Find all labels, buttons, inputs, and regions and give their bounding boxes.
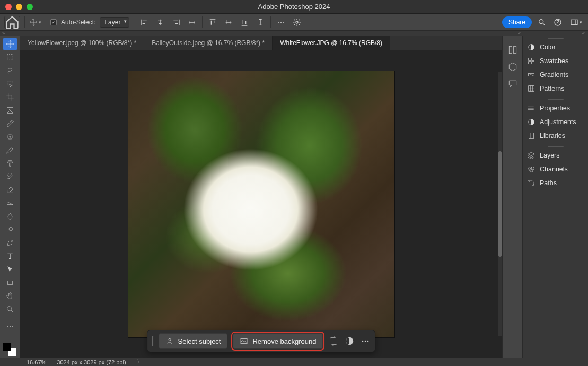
- rectangle-tool[interactable]: [3, 277, 17, 289]
- panel-collapse-toggle-1[interactable]: «: [518, 31, 521, 36]
- panel-label: Libraries: [540, 132, 565, 140]
- hand-tool[interactable]: [3, 290, 17, 302]
- eraser-tool[interactable]: [3, 184, 17, 196]
- panel-paths[interactable]: Paths: [523, 176, 588, 190]
- search-button[interactable]: [536, 16, 548, 28]
- channels-icon: [527, 165, 536, 173]
- home-button[interactable]: [4, 16, 20, 29]
- panel-gradients[interactable]: Gradients: [523, 68, 588, 82]
- panel-collapse-toggle-2[interactable]: «: [582, 31, 585, 36]
- object-selection-tool[interactable]: [3, 78, 17, 90]
- learn-panel-icon[interactable]: [507, 45, 518, 55]
- svg-point-23: [367, 341, 369, 342]
- canvas[interactable]: [128, 71, 395, 338]
- panel-label: Layers: [540, 152, 560, 159]
- more-align-button[interactable]: [275, 16, 287, 28]
- foreground-color-swatch[interactable]: [3, 343, 11, 351]
- clone-stamp-tool[interactable]: [3, 158, 17, 169]
- canvas-viewport[interactable]: Select subject Remove background: [20, 50, 502, 358]
- close-window-button[interactable]: [5, 4, 12, 10]
- pen-tool[interactable]: [3, 237, 17, 249]
- drag-handle[interactable]: [152, 336, 153, 346]
- healing-brush-tool[interactable]: [3, 131, 17, 143]
- select-subject-button[interactable]: Select subject: [159, 333, 228, 349]
- distribute-h-button[interactable]: [186, 16, 198, 28]
- history-brush-tool[interactable]: [3, 171, 17, 182]
- panel-adjustments[interactable]: Adjustments: [523, 115, 588, 129]
- panel-libraries[interactable]: Libraries: [523, 129, 588, 143]
- auto-select-checkbox[interactable]: [50, 19, 57, 25]
- svg-point-22: [365, 341, 366, 342]
- panel-color[interactable]: Color: [523, 40, 588, 54]
- svg-point-0: [278, 22, 279, 23]
- vertical-scrollbar[interactable]: [498, 72, 502, 336]
- panel-channels[interactable]: Channels: [523, 162, 588, 176]
- align-center-h-button[interactable]: [154, 16, 166, 28]
- panel-layers[interactable]: Layers: [523, 149, 588, 162]
- crop-tool[interactable]: [3, 91, 17, 103]
- document-tab[interactable]: YellowFlower.jpeg @ 100% (RGB/8*) *: [20, 36, 144, 50]
- align-center-v-button[interactable]: [223, 16, 234, 28]
- foreground-background-colors[interactable]: [3, 343, 16, 356]
- 3d-mode-button[interactable]: [291, 16, 303, 28]
- path-selection-tool[interactable]: [3, 264, 17, 275]
- document-tab[interactable]: WhiteFlower.JPG @ 16.7% (RGB/8): [273, 36, 390, 50]
- panel-patterns[interactable]: Patterns: [523, 82, 588, 95]
- type-tool[interactable]: [3, 250, 17, 262]
- panel-properties[interactable]: Properties: [523, 101, 588, 115]
- divider: [270, 16, 271, 28]
- svg-point-18: [169, 338, 171, 341]
- status-more-icon[interactable]: 〉: [137, 358, 143, 366]
- zoom-tool[interactable]: [3, 303, 17, 315]
- help-button[interactable]: [552, 16, 564, 28]
- fullscreen-window-button[interactable]: [27, 4, 33, 10]
- auto-select-dropdown[interactable]: Layer: [100, 17, 129, 28]
- select-subject-label: Select subject: [178, 337, 221, 345]
- panel-label: Properties: [540, 104, 570, 112]
- transform-icon: [328, 336, 339, 346]
- transform-button[interactable]: [328, 336, 339, 346]
- minimize-window-button[interactable]: [16, 4, 22, 10]
- remove-background-button[interactable]: Remove background: [233, 333, 323, 349]
- marquee-tool[interactable]: [3, 51, 17, 63]
- document-dimensions: 3024 px x 3029 px (72 ppi): [57, 359, 126, 365]
- more-options-button[interactable]: [360, 336, 371, 346]
- panel-swatches[interactable]: Swatches: [523, 54, 588, 68]
- workspace-switcher[interactable]: ▾: [568, 16, 584, 28]
- adjustment-button[interactable]: [344, 336, 355, 346]
- status-bar: 16.67% 3024 px x 3029 px (72 ppi) 〉: [0, 358, 588, 366]
- dodge-tool[interactable]: [3, 224, 17, 236]
- comments-panel-icon[interactable]: [507, 79, 518, 89]
- move-icon: [29, 18, 38, 27]
- brush-tool[interactable]: [3, 144, 17, 156]
- image-whiteflower: [128, 71, 395, 338]
- libraries-panel-icon[interactable]: [507, 62, 518, 72]
- align-left-button[interactable]: [138, 16, 150, 28]
- svg-rect-30: [532, 62, 534, 64]
- edit-toolbar-button[interactable]: [3, 321, 17, 333]
- distribute-v-button[interactable]: [254, 16, 266, 28]
- zoom-level[interactable]: 16.67%: [27, 359, 46, 365]
- lasso-tool[interactable]: [3, 65, 17, 76]
- toolbar-collapse-toggle[interactable]: »: [0, 31, 5, 36]
- gradient-tool[interactable]: [3, 197, 17, 209]
- svg-point-3: [296, 21, 298, 23]
- move-tool[interactable]: [3, 38, 17, 50]
- tool-palette: [0, 36, 20, 358]
- svg-rect-29: [529, 62, 531, 64]
- frame-tool[interactable]: [3, 104, 17, 116]
- share-button[interactable]: Share: [502, 16, 532, 28]
- align-right-button[interactable]: [170, 16, 182, 28]
- eyedropper-tool[interactable]: [3, 118, 17, 129]
- svg-rect-6: [571, 20, 577, 24]
- align-top-button[interactable]: [207, 16, 218, 28]
- document-area: YellowFlower.jpeg @ 100% (RGB/8*) * Bail…: [20, 36, 502, 358]
- document-tab[interactable]: BaileyOutside.jpeg @ 16.7% (RGB/8*) *: [144, 36, 273, 50]
- divider: [46, 16, 46, 28]
- move-tool-indicator[interactable]: ▾: [29, 18, 41, 27]
- swatches-icon: [527, 57, 536, 65]
- blur-tool[interactable]: [3, 211, 17, 222]
- svg-rect-27: [529, 58, 531, 61]
- align-bottom-button[interactable]: [239, 16, 250, 28]
- workspace-icon: [570, 18, 578, 27]
